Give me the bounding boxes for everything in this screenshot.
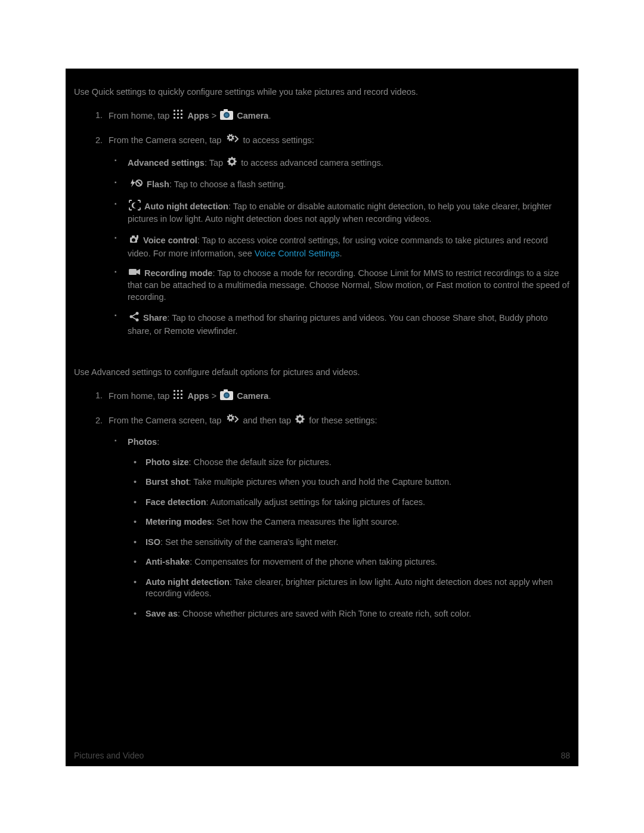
svg-point-19 [132, 238, 135, 241]
svg-rect-28 [174, 390, 175, 392]
save-post: : Choose whether pictures are saved with… [178, 609, 471, 618]
burst-post: : Take multiple pictures when you touch … [189, 477, 452, 487]
svg-rect-35 [177, 397, 179, 399]
apps-grid-icon [173, 109, 184, 123]
photos-item: Photos: Photo size: Choose the default s… [114, 436, 570, 620]
step1-post: . [268, 110, 271, 120]
footer-section: Pictures and Video [74, 750, 144, 761]
adv-step2-post: for these settings: [309, 416, 377, 425]
svg-rect-2 [181, 110, 182, 112]
size-b: Photo size [145, 457, 189, 467]
svg-rect-7 [177, 117, 179, 119]
iso-item: ISO: Set the sensitivity of the camera's… [134, 537, 570, 549]
camera-label-2: Camera [237, 391, 268, 400]
photos-colon: : [157, 437, 159, 447]
step2-post: to access settings: [243, 135, 314, 145]
svg-rect-4 [177, 113, 179, 115]
flash-icon [129, 178, 143, 191]
svg-rect-5 [181, 113, 182, 115]
svg-rect-22 [129, 269, 137, 275]
voice-item: Voice control: Tap to access voice contr… [114, 234, 570, 259]
quick-settings-steps: From home, tap Apps > Camera. From the C… [92, 109, 570, 337]
svg-rect-34 [174, 397, 175, 399]
adv-step1-pre: From home, tap [109, 391, 172, 400]
settings-gear-chevron-icon [225, 414, 239, 428]
save-as-item: Save as: Choose whether pictures are sav… [134, 608, 570, 620]
apps-grid-icon [173, 389, 184, 404]
svg-point-13 [230, 137, 232, 139]
adv-step2-pre: From the Camera screen, tap [109, 416, 224, 425]
night-b: Auto night detection [144, 201, 228, 210]
svg-point-42 [298, 417, 302, 421]
voice-control-icon [129, 234, 140, 248]
adv-post: to access advanced camera settings. [241, 157, 383, 167]
iso-post: : Set the sensitivity of the camera's li… [160, 537, 339, 547]
svg-rect-20 [137, 235, 138, 239]
quick-settings-intro: Use Quick settings to quickly configure … [74, 86, 570, 98]
save-b: Save as [145, 609, 178, 618]
svg-rect-8 [181, 117, 182, 119]
size-post: : Choose the default size for pictures. [189, 457, 332, 467]
anti-shake-item: Anti-shake: Compensates for movement of … [134, 556, 570, 568]
face-detection-item: Face detection: Automatically adjust set… [134, 497, 570, 509]
night-detection-icon [129, 200, 141, 214]
share-item: Share: Tap to choose a method for sharin… [114, 311, 570, 337]
voice-control-settings-link[interactable]: Voice Control Settings [255, 249, 340, 258]
adv-step2-mid: and then tap [243, 416, 293, 425]
svg-line-16 [137, 181, 141, 185]
settings-gear-icon [227, 156, 237, 171]
svg-rect-38 [224, 389, 228, 392]
svg-rect-33 [181, 394, 182, 395]
settings-gear-chevron-icon [225, 134, 239, 148]
photos-b: Photos [128, 437, 157, 447]
burst-b: Burst shot [145, 477, 189, 487]
face-b: Face detection [145, 497, 206, 507]
step2-pre: From the Camera screen, tap [109, 135, 224, 145]
svg-point-23 [130, 315, 133, 318]
svg-rect-36 [181, 397, 182, 399]
document-page: Use Quick settings to quickly configure … [66, 69, 578, 766]
iso-b: ISO [145, 537, 160, 547]
advanced-sublist: Photos: Photo size: Choose the default s… [114, 436, 570, 620]
share-icon [129, 311, 140, 326]
svg-rect-0 [174, 110, 175, 112]
svg-rect-32 [177, 394, 179, 395]
meter-b: Metering modes [145, 517, 212, 527]
adv-step1-post: . [268, 391, 271, 400]
photo-size-item: Photo size: Choose the default size for … [134, 457, 570, 469]
svg-rect-30 [181, 390, 182, 392]
metering-item: Metering modes: Set how the Camera measu… [134, 516, 570, 528]
camera-app-icon [220, 109, 233, 123]
share-b: Share [143, 313, 167, 323]
adv-mid: : Tap [205, 157, 225, 167]
svg-rect-10 [224, 109, 228, 112]
adv-settings-item: Advanced settings: Tap to access advance… [114, 156, 570, 171]
adv-step-2: From the Camera screen, tap and then tap… [105, 414, 570, 620]
flash-item: Flash: Tap to choose a flash setting. [114, 178, 570, 191]
apps-label-2: Apps [187, 391, 209, 400]
svg-line-27 [132, 317, 136, 320]
svg-point-14 [230, 159, 234, 163]
anti-b: Anti-shake [145, 557, 190, 566]
recording-item: Recording mode: Tap to choose a mode for… [114, 268, 570, 303]
step-2: From the Camera screen, tap to access se… [105, 134, 570, 337]
adv-b: Advanced settings [128, 157, 205, 167]
svg-point-41 [230, 417, 232, 419]
advanced-settings-intro: Use Advanced settings to configure defau… [74, 367, 570, 379]
svg-rect-3 [174, 113, 175, 115]
photos-sublist: Photo size: Choose the default size for … [134, 457, 570, 620]
nightd-b: Auto night detection [145, 577, 230, 587]
auto-night-item: Auto night detection: Take clearer, brig… [134, 577, 570, 600]
step1-sep: > [209, 110, 219, 120]
share-post: : Tap to choose a method for sharing pic… [128, 313, 548, 336]
meter-post: : Set how the Camera measures the light … [212, 517, 399, 527]
adv-step-1: From home, tap Apps > Camera. [105, 389, 570, 404]
footer-page-number: 88 [561, 750, 570, 761]
svg-point-24 [136, 312, 139, 315]
svg-point-40 [225, 394, 228, 397]
flash-post: : Tap to choose a flash setting. [169, 179, 286, 189]
page-footer: Pictures and Video 88 [66, 750, 578, 761]
night-item: Auto night detection: Tap to enable or d… [114, 200, 570, 225]
camera-app-icon [220, 389, 233, 404]
step-1: From home, tap Apps > Camera. [105, 109, 570, 123]
